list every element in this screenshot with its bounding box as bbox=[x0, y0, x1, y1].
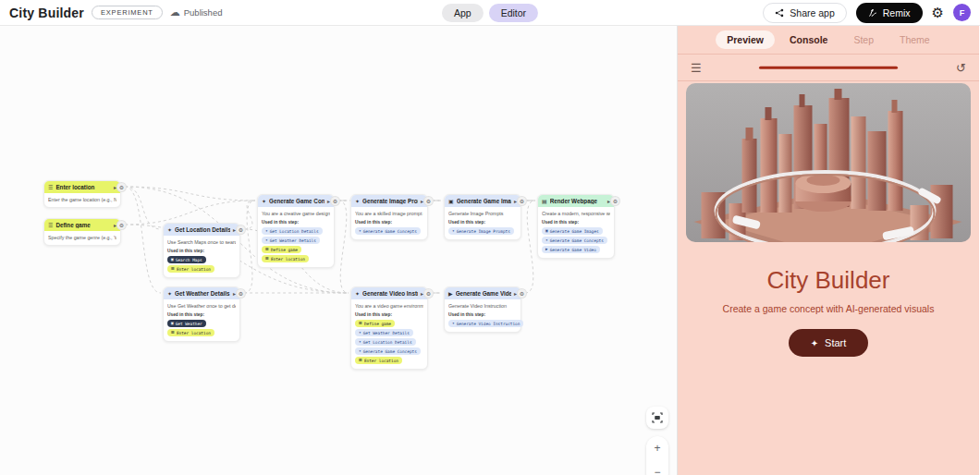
tab-console[interactable]: Console bbox=[778, 30, 839, 49]
zoom-out-button[interactable]: − bbox=[654, 467, 660, 475]
chip-get-weather[interactable]: ▣Get Weather bbox=[167, 320, 206, 327]
play-icon[interactable]: ▸ bbox=[114, 222, 116, 228]
published-status: ☁ Published bbox=[170, 7, 223, 18]
chip-define-game[interactable]: ☰Define game bbox=[262, 246, 301, 253]
tab-step[interactable]: Step bbox=[842, 30, 885, 49]
zoom-in-button[interactable]: + bbox=[654, 443, 660, 454]
input-icon: ☰ bbox=[171, 267, 175, 271]
chip-get-weather-details[interactable]: ✦Get Weather Details bbox=[262, 237, 320, 244]
node-title: Define game bbox=[55, 222, 111, 228]
node-gear-icon[interactable]: ⚙ bbox=[237, 289, 245, 298]
chip-get-location-details[interactable]: ✦Get Location Details bbox=[355, 338, 416, 346]
sparkle-icon: ✦ bbox=[811, 338, 818, 348]
node-gear-icon[interactable]: ⚙ bbox=[331, 197, 339, 205]
chip-generate-video-instruction[interactable]: ✦Generate Video Instruction bbox=[448, 320, 523, 327]
sparkle-icon: ✦ bbox=[359, 331, 361, 335]
chip-generate-game-concepts[interactable]: ✦Generate Game Concepts bbox=[542, 237, 607, 244]
used-in-step-label: Used in this step: bbox=[448, 220, 517, 225]
used-in-step-label: Used in this step: bbox=[355, 220, 423, 225]
node-render-webpage[interactable]: ▤ Render Webpage ▸ ⚙ Create a modern, re… bbox=[537, 194, 615, 259]
node-generate-image-prompts[interactable]: ✦ Generate Image Prompts ▸ ⚙ You are a s… bbox=[350, 194, 428, 240]
city-hero-image bbox=[686, 83, 971, 242]
chip-enter-location[interactable]: ☰Enter location bbox=[262, 255, 309, 262]
sparkle-icon: ✦ bbox=[167, 291, 172, 297]
node-generate-game-images[interactable]: ▣ Generate Game Images ▸ ⚙ Generate Imag… bbox=[444, 194, 521, 240]
sparkle-icon: ✦ bbox=[262, 199, 266, 204]
play-icon[interactable]: ▸ bbox=[421, 198, 423, 204]
chip-enter-location[interactable]: ☰Enter location bbox=[355, 357, 402, 364]
node-generate-video-instructions[interactable]: ✦ Generate Video Instruct... ▸ ⚙ You are… bbox=[350, 286, 428, 370]
sparkle-icon: ✦ bbox=[265, 229, 268, 233]
used-in-step-label: Used in this step: bbox=[167, 312, 236, 317]
settings-gear-icon[interactable]: ⚙ bbox=[932, 6, 944, 19]
chip-get-location-details[interactable]: ✦Get Location Details bbox=[262, 227, 323, 235]
play-icon[interactable]: ▸ bbox=[514, 290, 517, 297]
tab-editor[interactable]: Editor bbox=[489, 4, 538, 22]
play-icon[interactable]: ▸ bbox=[233, 290, 236, 297]
node-description: You are a creative game designer... bbox=[262, 211, 330, 216]
start-button[interactable]: ✦ Start bbox=[789, 329, 869, 357]
node-title: Generate Video Instruct... bbox=[362, 290, 418, 297]
refresh-icon[interactable]: ↺ bbox=[956, 61, 966, 75]
play-icon[interactable]: ▸ bbox=[114, 184, 116, 190]
node-gear-icon[interactable]: ⚙ bbox=[518, 197, 526, 205]
workflow-canvas[interactable]: ☰ Enter location ▸ ⚙ Enter the game loca… bbox=[0, 26, 678, 475]
node-title: Generate Game Video bbox=[456, 290, 511, 297]
play-icon[interactable]: ▸ bbox=[421, 290, 423, 297]
used-in-step-label: Used in this step: bbox=[448, 312, 517, 317]
chip-generate-game-video[interactable]: ▶Generate Game Video bbox=[542, 246, 600, 253]
chip-generate-game-concepts[interactable]: ✦Generate Game Concepts bbox=[355, 347, 421, 355]
node-gear-icon[interactable]: ⚙ bbox=[518, 289, 526, 298]
node-enter-location[interactable]: ☰ Enter location ▸ ⚙ Enter the game loca… bbox=[43, 180, 121, 208]
used-in-step-label: Used in this step: bbox=[262, 220, 330, 225]
node-description: Use Get Weather once to get deta... bbox=[167, 303, 236, 309]
node-gear-icon[interactable]: ⚙ bbox=[117, 183, 126, 191]
preview-tab-bar: Preview Console Step Theme bbox=[678, 26, 979, 54]
tab-preview[interactable]: Preview bbox=[716, 30, 775, 49]
play-icon[interactable]: ▸ bbox=[607, 198, 610, 204]
chip-enter-location[interactable]: ☰Enter location bbox=[167, 329, 214, 336]
share-app-button[interactable]: Share app bbox=[763, 3, 846, 23]
node-define-game[interactable]: ☰ Define game ▸ ⚙ Specify the game genre… bbox=[43, 218, 121, 246]
chip-search-maps[interactable]: ▣Search Maps bbox=[167, 256, 206, 263]
tab-app[interactable]: App bbox=[442, 4, 484, 22]
node-gear-icon[interactable]: ⚙ bbox=[237, 225, 245, 234]
node-gear-icon[interactable]: ⚙ bbox=[424, 289, 433, 298]
node-get-weather-details[interactable]: ✦ Get Weather Details ▸ ⚙ Use Get Weathe… bbox=[163, 286, 240, 342]
preview-toolbar: ☰ ↺ bbox=[678, 54, 979, 81]
play-icon[interactable]: ▸ bbox=[327, 198, 330, 204]
node-gear-icon[interactable]: ⚙ bbox=[117, 221, 126, 229]
sparkle-icon: ✦ bbox=[355, 199, 360, 204]
fit-to-screen-button[interactable] bbox=[646, 407, 668, 429]
input-icon: ☰ bbox=[359, 322, 362, 325]
sparkle-icon: ✦ bbox=[355, 291, 360, 297]
node-get-location-details[interactable]: ✦ Get Location Details ▸ ⚙ Use Search Ma… bbox=[163, 223, 240, 278]
node-title: Render Webpage bbox=[550, 198, 605, 204]
published-label: Published bbox=[184, 7, 223, 18]
menu-icon[interactable]: ☰ bbox=[691, 61, 702, 75]
zoom-controls[interactable]: + − bbox=[646, 436, 668, 475]
chip-enter-location[interactable]: ☰Enter location bbox=[167, 265, 214, 273]
chip-generate-image-prompts[interactable]: ✦Generate Image Prompts bbox=[448, 227, 514, 235]
play-icon[interactable]: ▸ bbox=[514, 198, 517, 204]
node-generate-game-video[interactable]: ▶ Generate Game Video ▸ ⚙ Generate Video… bbox=[444, 286, 521, 333]
avatar[interactable]: F bbox=[953, 4, 971, 21]
image-icon: ▣ bbox=[545, 229, 548, 233]
node-description: Use Search Maps once to search f... bbox=[167, 239, 236, 245]
chip-generate-game-images[interactable]: ▣Generate Game Images bbox=[542, 227, 603, 235]
preview-panel: Preview Console Step Theme ☰ ↺ bbox=[678, 26, 979, 475]
map-icon: ▣ bbox=[171, 258, 174, 262]
chip-get-weather-details[interactable]: ✦Get Weather Details bbox=[355, 329, 413, 336]
chip-define-game[interactable]: ☰Define game bbox=[355, 320, 395, 327]
video-icon: ▶ bbox=[545, 248, 548, 251]
node-gear-icon[interactable]: ⚙ bbox=[424, 197, 433, 205]
node-gear-icon[interactable]: ⚙ bbox=[611, 197, 619, 205]
node-title: Enter location bbox=[55, 184, 111, 190]
input-icon: ☰ bbox=[265, 257, 269, 261]
play-icon[interactable]: ▸ bbox=[233, 226, 236, 233]
cloud-icon: ☁ bbox=[170, 7, 180, 18]
remix-button[interactable]: Remix bbox=[856, 3, 923, 23]
chip-generate-game-concepts[interactable]: ✦Generate Game Concepts bbox=[355, 227, 421, 235]
node-generate-game-concept[interactable]: ✦ Generate Game Concep... ▸ ⚙ You are a … bbox=[257, 194, 335, 268]
tab-theme[interactable]: Theme bbox=[888, 30, 941, 49]
